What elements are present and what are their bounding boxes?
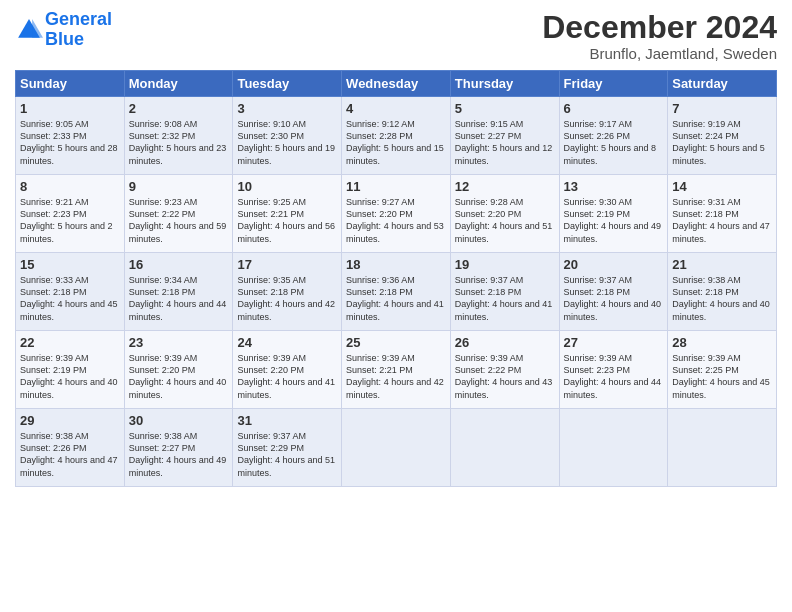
calendar-cell: 26 Sunrise: 9:39 AMSunset: 2:22 PMDaylig…	[450, 331, 559, 409]
day-number: 24	[237, 335, 337, 350]
day-number: 1	[20, 101, 120, 116]
col-friday: Friday	[559, 71, 668, 97]
calendar-cell: 2 Sunrise: 9:08 AMSunset: 2:32 PMDayligh…	[124, 97, 233, 175]
col-thursday: Thursday	[450, 71, 559, 97]
cell-info: Sunrise: 9:37 AMSunset: 2:18 PMDaylight:…	[564, 275, 662, 321]
calendar-week-3: 15 Sunrise: 9:33 AMSunset: 2:18 PMDaylig…	[16, 253, 777, 331]
header: General Blue December 2024 Brunflo, Jaem…	[15, 10, 777, 62]
calendar-cell: 19 Sunrise: 9:37 AMSunset: 2:18 PMDaylig…	[450, 253, 559, 331]
cell-info: Sunrise: 9:31 AMSunset: 2:18 PMDaylight:…	[672, 197, 770, 243]
day-number: 17	[237, 257, 337, 272]
day-number: 16	[129, 257, 229, 272]
col-saturday: Saturday	[668, 71, 777, 97]
calendar-cell: 4 Sunrise: 9:12 AMSunset: 2:28 PMDayligh…	[342, 97, 451, 175]
col-sunday: Sunday	[16, 71, 125, 97]
cell-info: Sunrise: 9:25 AMSunset: 2:21 PMDaylight:…	[237, 197, 335, 243]
cell-info: Sunrise: 9:36 AMSunset: 2:18 PMDaylight:…	[346, 275, 444, 321]
calendar-cell: 30 Sunrise: 9:38 AMSunset: 2:27 PMDaylig…	[124, 409, 233, 487]
col-wednesday: Wednesday	[342, 71, 451, 97]
calendar-cell	[450, 409, 559, 487]
cell-info: Sunrise: 9:27 AMSunset: 2:20 PMDaylight:…	[346, 197, 444, 243]
calendar-table: Sunday Monday Tuesday Wednesday Thursday…	[15, 70, 777, 487]
calendar-cell: 28 Sunrise: 9:39 AMSunset: 2:25 PMDaylig…	[668, 331, 777, 409]
day-number: 12	[455, 179, 555, 194]
cell-info: Sunrise: 9:39 AMSunset: 2:20 PMDaylight:…	[129, 353, 227, 399]
calendar-cell: 23 Sunrise: 9:39 AMSunset: 2:20 PMDaylig…	[124, 331, 233, 409]
cell-info: Sunrise: 9:34 AMSunset: 2:18 PMDaylight:…	[129, 275, 227, 321]
calendar-cell: 1 Sunrise: 9:05 AMSunset: 2:33 PMDayligh…	[16, 97, 125, 175]
col-monday: Monday	[124, 71, 233, 97]
cell-info: Sunrise: 9:33 AMSunset: 2:18 PMDaylight:…	[20, 275, 118, 321]
day-number: 7	[672, 101, 772, 116]
cell-info: Sunrise: 9:05 AMSunset: 2:33 PMDaylight:…	[20, 119, 118, 165]
day-number: 28	[672, 335, 772, 350]
calendar-cell: 16 Sunrise: 9:34 AMSunset: 2:18 PMDaylig…	[124, 253, 233, 331]
calendar-cell	[342, 409, 451, 487]
page-title: December 2024	[542, 10, 777, 45]
cell-info: Sunrise: 9:39 AMSunset: 2:25 PMDaylight:…	[672, 353, 770, 399]
title-block: December 2024 Brunflo, Jaemtland, Sweden	[542, 10, 777, 62]
cell-info: Sunrise: 9:21 AMSunset: 2:23 PMDaylight:…	[20, 197, 113, 243]
day-number: 29	[20, 413, 120, 428]
calendar-cell	[668, 409, 777, 487]
col-tuesday: Tuesday	[233, 71, 342, 97]
cell-info: Sunrise: 9:37 AMSunset: 2:29 PMDaylight:…	[237, 431, 335, 477]
day-number: 27	[564, 335, 664, 350]
day-number: 11	[346, 179, 446, 194]
day-number: 13	[564, 179, 664, 194]
calendar-cell: 12 Sunrise: 9:28 AMSunset: 2:20 PMDaylig…	[450, 175, 559, 253]
calendar-cell: 7 Sunrise: 9:19 AMSunset: 2:24 PMDayligh…	[668, 97, 777, 175]
day-number: 3	[237, 101, 337, 116]
header-row: Sunday Monday Tuesday Wednesday Thursday…	[16, 71, 777, 97]
logo-line2: Blue	[45, 29, 84, 49]
calendar-cell: 15 Sunrise: 9:33 AMSunset: 2:18 PMDaylig…	[16, 253, 125, 331]
calendar-cell: 21 Sunrise: 9:38 AMSunset: 2:18 PMDaylig…	[668, 253, 777, 331]
cell-info: Sunrise: 9:23 AMSunset: 2:22 PMDaylight:…	[129, 197, 227, 243]
calendar-cell: 5 Sunrise: 9:15 AMSunset: 2:27 PMDayligh…	[450, 97, 559, 175]
cell-info: Sunrise: 9:10 AMSunset: 2:30 PMDaylight:…	[237, 119, 335, 165]
cell-info: Sunrise: 9:28 AMSunset: 2:20 PMDaylight:…	[455, 197, 553, 243]
cell-info: Sunrise: 9:35 AMSunset: 2:18 PMDaylight:…	[237, 275, 335, 321]
day-number: 20	[564, 257, 664, 272]
day-number: 10	[237, 179, 337, 194]
calendar-cell: 18 Sunrise: 9:36 AMSunset: 2:18 PMDaylig…	[342, 253, 451, 331]
cell-info: Sunrise: 9:38 AMSunset: 2:27 PMDaylight:…	[129, 431, 227, 477]
cell-info: Sunrise: 9:19 AMSunset: 2:24 PMDaylight:…	[672, 119, 765, 165]
calendar-cell: 10 Sunrise: 9:25 AMSunset: 2:21 PMDaylig…	[233, 175, 342, 253]
cell-info: Sunrise: 9:38 AMSunset: 2:18 PMDaylight:…	[672, 275, 770, 321]
calendar-cell: 29 Sunrise: 9:38 AMSunset: 2:26 PMDaylig…	[16, 409, 125, 487]
day-number: 19	[455, 257, 555, 272]
day-number: 6	[564, 101, 664, 116]
day-number: 23	[129, 335, 229, 350]
calendar-cell: 17 Sunrise: 9:35 AMSunset: 2:18 PMDaylig…	[233, 253, 342, 331]
day-number: 21	[672, 257, 772, 272]
logo-line1: General	[45, 9, 112, 29]
cell-info: Sunrise: 9:08 AMSunset: 2:32 PMDaylight:…	[129, 119, 227, 165]
calendar-week-2: 8 Sunrise: 9:21 AMSunset: 2:23 PMDayligh…	[16, 175, 777, 253]
cell-info: Sunrise: 9:30 AMSunset: 2:19 PMDaylight:…	[564, 197, 662, 243]
calendar-week-5: 29 Sunrise: 9:38 AMSunset: 2:26 PMDaylig…	[16, 409, 777, 487]
cell-info: Sunrise: 9:17 AMSunset: 2:26 PMDaylight:…	[564, 119, 657, 165]
day-number: 4	[346, 101, 446, 116]
day-number: 26	[455, 335, 555, 350]
calendar-cell: 20 Sunrise: 9:37 AMSunset: 2:18 PMDaylig…	[559, 253, 668, 331]
logo-icon	[15, 16, 43, 44]
calendar-cell: 3 Sunrise: 9:10 AMSunset: 2:30 PMDayligh…	[233, 97, 342, 175]
calendar-cell: 27 Sunrise: 9:39 AMSunset: 2:23 PMDaylig…	[559, 331, 668, 409]
day-number: 18	[346, 257, 446, 272]
calendar-cell	[559, 409, 668, 487]
calendar-cell: 13 Sunrise: 9:30 AMSunset: 2:19 PMDaylig…	[559, 175, 668, 253]
calendar-cell: 6 Sunrise: 9:17 AMSunset: 2:26 PMDayligh…	[559, 97, 668, 175]
day-number: 8	[20, 179, 120, 194]
day-number: 25	[346, 335, 446, 350]
day-number: 5	[455, 101, 555, 116]
page-subtitle: Brunflo, Jaemtland, Sweden	[542, 45, 777, 62]
cell-info: Sunrise: 9:12 AMSunset: 2:28 PMDaylight:…	[346, 119, 444, 165]
cell-info: Sunrise: 9:37 AMSunset: 2:18 PMDaylight:…	[455, 275, 553, 321]
calendar-cell: 8 Sunrise: 9:21 AMSunset: 2:23 PMDayligh…	[16, 175, 125, 253]
day-number: 30	[129, 413, 229, 428]
cell-info: Sunrise: 9:15 AMSunset: 2:27 PMDaylight:…	[455, 119, 553, 165]
cell-info: Sunrise: 9:39 AMSunset: 2:20 PMDaylight:…	[237, 353, 335, 399]
day-number: 22	[20, 335, 120, 350]
page-container: General Blue December 2024 Brunflo, Jaem…	[0, 0, 792, 492]
